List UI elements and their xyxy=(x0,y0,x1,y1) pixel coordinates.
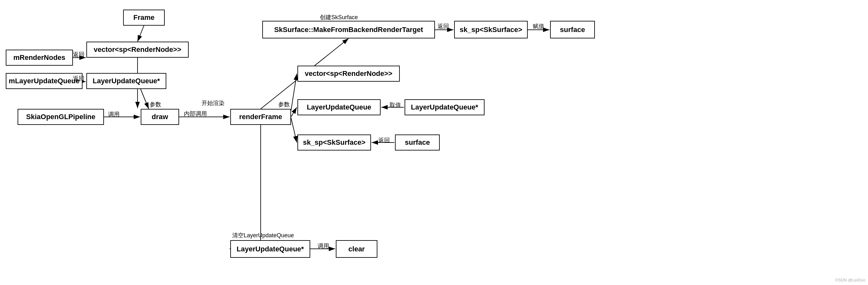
node-surface2: surface xyxy=(395,135,440,150)
node-layerUpdateQueuePtr3: LayerUpdateQueue* xyxy=(230,240,310,258)
label-fanHui4: 返回 xyxy=(378,136,390,144)
node-layerUpdateQueuePtr1: LayerUpdateQueue* xyxy=(86,73,166,89)
diagram-container: mRenderNodes vector<sp<RenderNode>> mLay… xyxy=(0,0,868,285)
svg-line-13 xyxy=(291,107,297,117)
node-layerUpdateQueue2: LayerUpdateQueue xyxy=(298,99,380,115)
node-draw: draw xyxy=(141,109,179,125)
node-skSurfaceMake: SkSurface::MakeFromBackendRenderTarget xyxy=(262,21,435,38)
label-fanHui3: 返回 xyxy=(437,22,449,30)
node-surface1: surface xyxy=(550,21,595,38)
label-chuangjian: 创建SkSurface xyxy=(320,13,358,21)
label-canshu1: 参数 xyxy=(150,101,161,108)
node-layerUpdateQueuePtr2: LayerUpdateQueue* xyxy=(405,99,485,115)
svg-line-4 xyxy=(137,26,144,41)
node-skiaOpenGLPipeline: SkiaOpenGLPipeline xyxy=(18,109,104,125)
node-skSpSkSurface2: sk_sp<SkSurface> xyxy=(298,135,371,150)
node-mLayerUpdateQueue: mLayerUpdateQueue xyxy=(6,73,83,89)
node-vectorRenderNode: vector<sp<RenderNode>> xyxy=(86,41,189,58)
label-diaoyong1: 调用 xyxy=(108,111,120,118)
node-vectorRenderNode2: vector<sp<RenderNode>> xyxy=(298,66,400,82)
label-canshu2: 参数 xyxy=(278,101,290,108)
watermark: ©SDN @LeiDuo xyxy=(835,278,865,282)
node-frame: Frame xyxy=(123,9,165,26)
label-neibucall: 内部调用 xyxy=(184,110,207,117)
node-clear: clear xyxy=(336,240,377,258)
label-fanHui2: 返回 xyxy=(73,75,85,82)
svg-line-12 xyxy=(291,74,297,111)
label-quZhi: 取值 xyxy=(390,101,401,109)
node-mRenderNodes: mRenderNodes xyxy=(6,50,73,66)
label-fuzhi: 赋值 xyxy=(533,22,544,30)
svg-line-15 xyxy=(291,118,297,142)
node-renderFrame: renderFrame xyxy=(230,109,291,125)
label-fanHui1: 返回 xyxy=(73,51,85,58)
node-skSpSkSurface1: sk_sp<SkSurface> xyxy=(454,21,528,38)
label-kaishiXC: 开始渲染 xyxy=(202,99,224,107)
label-diaoyong2: 调用 xyxy=(318,242,329,250)
label-qingkong: 清空LayerUpdateQueue xyxy=(232,231,294,239)
